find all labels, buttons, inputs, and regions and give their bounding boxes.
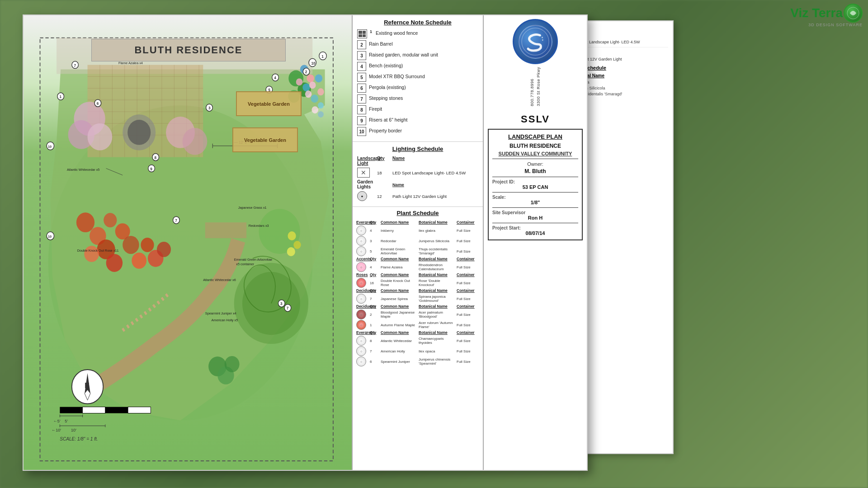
plant-botanical-whitecedar: Chamaecyparis thyoides xyxy=(419,337,456,345)
svg-text:8: 8 xyxy=(154,155,156,160)
svg-point-35 xyxy=(141,238,154,252)
sslv-owner-label: Owner: xyxy=(492,161,578,167)
garden-lights-name-col: Name xyxy=(392,182,478,187)
svg-rect-117 xyxy=(128,407,151,413)
ref-num-6: 6 xyxy=(357,84,366,93)
plant-row-americanholly: ○ 7 American Holly Ilex opaca Full Size xyxy=(356,346,479,356)
plant-col-common-acc: Common Name xyxy=(381,257,418,261)
plant-qty-knockoutrose: 16 xyxy=(370,281,380,285)
plant-row-spirea: ○ 7 Japanese Spirea Spiraea japonica 'Go… xyxy=(356,294,479,304)
svg-point-38 xyxy=(74,102,105,136)
plant-row-arborvitae: ○ 5 Emerald Green Arborvitae Thuja occid… xyxy=(356,246,479,256)
svg-text:Atlantic Whitecedar x6: Atlantic Whitecedar x6 xyxy=(203,277,236,282)
svg-text:7: 7 xyxy=(74,63,76,67)
svg-point-26 xyxy=(76,212,94,232)
svg-point-89 xyxy=(72,61,79,69)
garden-plan-area: Atlantic Whitecedar x5 Double Knock Out … xyxy=(24,15,352,470)
plant-icon-dec1: ○ xyxy=(356,294,366,304)
plant-common-bloodgood: Bloodgood Japanese Maple xyxy=(381,310,418,319)
plant-container-bloodgood: Full Size xyxy=(457,313,479,317)
svg-point-34 xyxy=(132,253,146,269)
main-document: Atlantic Whitecedar x5 Double Knock Out … xyxy=(23,14,588,471)
svg-point-52 xyxy=(305,90,312,98)
plant-qty-autumnflame: 1 xyxy=(370,323,380,327)
svg-point-33 xyxy=(123,236,139,254)
svg-point-39 xyxy=(68,120,94,149)
plant-col-container: Container xyxy=(457,220,479,225)
svg-text:1: 1 xyxy=(59,94,61,99)
plant-row-whitecedar: ○ 8 Atlantic Whitecedar Chamaecyparis th… xyxy=(356,336,479,346)
plant-col-botanical-ev2: Botanical Name xyxy=(419,330,456,335)
svg-point-91 xyxy=(57,93,64,100)
sslv-scale-label: Scale: xyxy=(492,195,578,200)
sslv-divider-2 xyxy=(492,177,578,177)
svg-text:Double Knock Out Rose x11: Double Knock Out Rose x11 xyxy=(77,249,119,253)
veg-garden-box-2: Vegetable Garden xyxy=(232,127,298,152)
svg-point-85 xyxy=(272,74,279,81)
garden-light-name: Path Light 12V Garden Light xyxy=(392,194,478,199)
lighting-schedule-title: Lighting Schedule xyxy=(357,145,478,152)
garden-lights-label: Garden Lights xyxy=(357,179,375,189)
plant-common-autumnflame: Autumn Flame Maple xyxy=(381,323,418,327)
svg-point-41 xyxy=(166,117,195,148)
plant-icon-evergreen2: ○ xyxy=(356,236,366,246)
sslv-divider-5 xyxy=(492,223,578,223)
plant-botanical-bloodgood: Acer palmatum 'Bloodgood' xyxy=(419,310,456,319)
reference-note-schedule: Refernce Note Schedule 1 Existing wood f… xyxy=(353,15,483,142)
garden-map: Atlantic Whitecedar x5 Double Knock Out … xyxy=(24,15,352,470)
ref-item-5: 5 Model XTR BBQ Surround xyxy=(357,73,478,82)
plant-col-botanical-acc: Botanical Name xyxy=(419,257,456,261)
plant-col-container-dec1: Container xyxy=(457,288,479,293)
plant-col-common: Common Name xyxy=(381,220,418,225)
ref-label-2: Rain Barrel xyxy=(369,41,393,47)
sslv-logo-inner xyxy=(519,25,552,59)
house-label-container: BLUTH RESIDENCE xyxy=(91,39,286,61)
plant-qty-whitecedar: 8 xyxy=(370,339,380,343)
plant-col-accents: Accents xyxy=(356,257,369,261)
svg-text:←5': ←5' xyxy=(53,418,61,423)
svg-text:←10': ←10' xyxy=(52,427,61,432)
plant-header-evergreen2: Evergreen Qty Common Name Botanical Name… xyxy=(356,330,479,335)
ref-item-6: 6 Pergola (existing) xyxy=(357,84,478,93)
veg-garden-box-1: Vegetable Garden xyxy=(236,91,302,116)
plant-container-americanholly: Full Size xyxy=(457,349,479,353)
svg-marker-112 xyxy=(85,390,90,400)
north-compass xyxy=(72,370,103,404)
ref-item-4: 4 Bench (existing) xyxy=(357,62,478,71)
plant-common-redcedar: Redcedar xyxy=(381,239,418,243)
svg-point-46 xyxy=(300,65,308,74)
plant-common-americanholly: American Holly xyxy=(381,349,418,353)
plant-icon-ev2-1: ○ xyxy=(356,336,366,346)
svg-point-99 xyxy=(148,165,155,172)
svg-text:10: 10 xyxy=(48,235,52,239)
plant-botanical-inkberry: Ilex glabra xyxy=(419,229,456,233)
plant-col-deciduous1: Deciduous xyxy=(356,288,369,293)
lighting-row-3: ● 12 Path Light 12V Garden Light xyxy=(357,191,478,201)
svg-text:3: 3 xyxy=(208,106,211,110)
plant-icon-ev2-2: ○ xyxy=(356,346,366,356)
plant-col-container-ev2: Container xyxy=(457,330,479,335)
ref-label-9: Risers at 6" height xyxy=(369,117,407,123)
plant-row-inkberry: ○ 4 Inkberry Ilex glabra Full Size xyxy=(356,225,479,235)
svg-text:Emerald Green Arborvitae: Emerald Green Arborvitae xyxy=(234,258,272,262)
svg-point-59 xyxy=(293,241,301,249)
ref-item-2: 2 Rain Barrel xyxy=(357,40,478,49)
ref-label-8: Firepit xyxy=(369,106,382,113)
sslv-phone: 800.778.8996 xyxy=(530,67,534,106)
ref-item-10: 10 Property border xyxy=(357,127,478,136)
plant-col-qty-roses: Qty xyxy=(370,272,380,277)
plant-header-evergreen: Evergreen Qty Common Name Botanical Name… xyxy=(356,220,479,225)
svg-point-107 xyxy=(278,300,285,307)
sslv-divider-1 xyxy=(492,159,578,159)
plant-container-whitecedar: Full Size xyxy=(457,339,479,343)
plant-schedule-title: Plant Schedule xyxy=(356,210,479,216)
sslv-start-date: 08/07/14 xyxy=(492,230,578,236)
svg-point-48 xyxy=(296,78,303,85)
svg-point-55 xyxy=(318,102,324,108)
ref-item-1: 1 Existing wood fence xyxy=(357,29,478,38)
plant-icon-dec3: ○ xyxy=(356,320,366,330)
sslv-logo xyxy=(513,19,558,64)
plant-common-knockoutrose: Double Knock Out Rose xyxy=(381,279,418,287)
ref-label-10: Property border xyxy=(369,128,402,134)
svg-text:Atlantic Whitecedar x5: Atlantic Whitecedar x5 xyxy=(67,167,100,171)
